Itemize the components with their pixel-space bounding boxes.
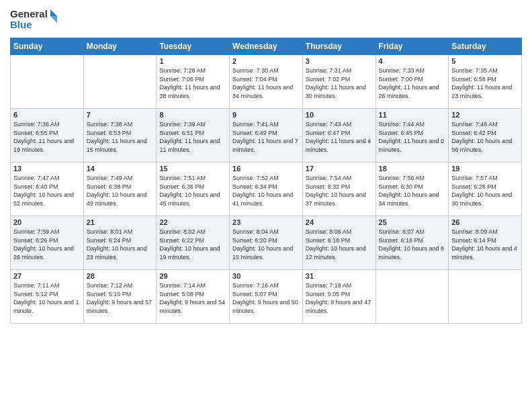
- day-number: 1: [159, 57, 226, 65]
- calendar-cell: [83, 55, 157, 109]
- day-info: Sunrise: 7:56 AMSunset: 6:30 PMDaylight:…: [379, 174, 446, 208]
- calendar-cell: 27Sunrise: 7:11 AMSunset: 5:12 PMDayligh…: [11, 270, 84, 324]
- day-info: Sunrise: 8:07 AMSunset: 6:16 PMDaylight:…: [379, 228, 446, 261]
- calendar-cell: 22Sunrise: 8:02 AMSunset: 6:22 PMDayligh…: [157, 216, 230, 270]
- calendar-cell: 9Sunrise: 7:41 AMSunset: 6:49 PMDaylight…: [230, 109, 303, 163]
- day-number: 24: [306, 218, 373, 226]
- day-number: 20: [13, 218, 81, 226]
- day-number: 30: [232, 272, 300, 280]
- day-info: Sunrise: 7:31 AMSunset: 7:02 PMDaylight:…: [306, 66, 373, 100]
- day-info: Sunrise: 7:41 AMSunset: 6:49 PMDaylight:…: [232, 120, 300, 154]
- day-number: 25: [379, 218, 446, 226]
- day-info: Sunrise: 7:28 AMSunset: 7:06 PMDaylight:…: [159, 66, 226, 100]
- day-number: 19: [451, 165, 519, 173]
- svg-text:Blue: Blue: [10, 19, 32, 30]
- calendar-week-row: 20Sunrise: 7:59 AMSunset: 6:26 PMDayligh…: [11, 216, 522, 270]
- svg-marker-2: [50, 9, 57, 16]
- weekday-header: Wednesday: [230, 38, 303, 55]
- calendar-cell: 4Sunrise: 7:33 AMSunset: 7:00 PMDaylight…: [375, 55, 449, 109]
- calendar-cell: 1Sunrise: 7:28 AMSunset: 7:06 PMDaylight…: [157, 55, 230, 109]
- day-info: Sunrise: 7:14 AMSunset: 5:08 PMDaylight:…: [159, 281, 226, 315]
- calendar-cell: 6Sunrise: 7:36 AMSunset: 6:55 PMDaylight…: [11, 109, 84, 163]
- weekday-header: Friday: [375, 38, 449, 55]
- calendar-week-row: 1Sunrise: 7:28 AMSunset: 7:06 PMDaylight…: [11, 55, 522, 109]
- calendar-cell: 23Sunrise: 8:04 AMSunset: 6:20 PMDayligh…: [230, 216, 303, 270]
- day-number: 2: [232, 57, 300, 65]
- day-info: Sunrise: 7:33 AMSunset: 7:00 PMDaylight:…: [379, 66, 446, 100]
- day-number: 10: [306, 111, 373, 119]
- calendar-cell: 20Sunrise: 7:59 AMSunset: 6:26 PMDayligh…: [11, 216, 84, 270]
- day-number: 17: [306, 165, 373, 173]
- day-info: Sunrise: 7:46 AMSunset: 6:42 PMDaylight:…: [451, 120, 519, 154]
- logo: General Blue: [10, 7, 57, 32]
- day-info: Sunrise: 7:35 AMSunset: 6:58 PMDaylight:…: [451, 66, 519, 100]
- calendar-cell: 21Sunrise: 8:01 AMSunset: 6:24 PMDayligh…: [83, 216, 157, 270]
- calendar-cell: 12Sunrise: 7:46 AMSunset: 6:42 PMDayligh…: [449, 109, 522, 163]
- calendar-cell: [449, 270, 522, 324]
- day-number: 7: [87, 111, 154, 119]
- day-info: Sunrise: 7:18 AMSunset: 5:05 PMDaylight:…: [306, 281, 373, 315]
- day-number: 26: [451, 218, 519, 226]
- logo-svg: General Blue: [10, 7, 57, 32]
- weekday-header: Tuesday: [157, 38, 230, 55]
- day-info: Sunrise: 7:43 AMSunset: 6:47 PMDaylight:…: [306, 120, 373, 154]
- calendar-cell: 7Sunrise: 7:38 AMSunset: 6:53 PMDaylight…: [83, 109, 157, 163]
- calendar-cell: 11Sunrise: 7:44 AMSunset: 6:45 PMDayligh…: [375, 109, 449, 163]
- day-info: Sunrise: 7:12 AMSunset: 5:10 PMDaylight:…: [87, 281, 154, 315]
- calendar-cell: 13Sunrise: 7:47 AMSunset: 6:40 PMDayligh…: [11, 163, 84, 216]
- day-number: 8: [159, 111, 226, 119]
- day-info: Sunrise: 7:39 AMSunset: 6:51 PMDaylight:…: [159, 120, 226, 154]
- calendar-table: SundayMondayTuesdayWednesdayThursdayFrid…: [10, 38, 522, 324]
- day-info: Sunrise: 7:52 AMSunset: 6:34 PMDaylight:…: [232, 174, 300, 208]
- calendar-cell: 30Sunrise: 7:16 AMSunset: 5:07 PMDayligh…: [230, 270, 303, 324]
- day-info: Sunrise: 7:54 AMSunset: 6:32 PMDaylight:…: [306, 174, 373, 208]
- day-number: 15: [159, 165, 226, 173]
- day-number: 21: [87, 218, 154, 226]
- calendar-cell: 5Sunrise: 7:35 AMSunset: 6:58 PMDaylight…: [449, 55, 522, 109]
- day-info: Sunrise: 7:49 AMSunset: 6:38 PMDaylight:…: [87, 174, 154, 208]
- day-info: Sunrise: 8:04 AMSunset: 6:20 PMDaylight:…: [232, 228, 300, 261]
- day-info: Sunrise: 7:57 AMSunset: 6:28 PMDaylight:…: [451, 174, 519, 208]
- calendar-cell: 25Sunrise: 8:07 AMSunset: 6:16 PMDayligh…: [375, 216, 449, 270]
- day-info: Sunrise: 7:51 AMSunset: 6:36 PMDaylight:…: [159, 174, 226, 208]
- day-number: 12: [451, 111, 519, 119]
- day-number: 13: [13, 165, 81, 173]
- weekday-header: Saturday: [449, 38, 522, 55]
- calendar-week-row: 6Sunrise: 7:36 AMSunset: 6:55 PMDaylight…: [11, 109, 522, 163]
- calendar-cell: 26Sunrise: 8:09 AMSunset: 6:14 PMDayligh…: [449, 216, 522, 270]
- day-info: Sunrise: 7:47 AMSunset: 6:40 PMDaylight:…: [13, 174, 81, 208]
- day-info: Sunrise: 8:02 AMSunset: 6:22 PMDaylight:…: [159, 228, 226, 261]
- day-number: 22: [159, 218, 226, 226]
- calendar-cell: 18Sunrise: 7:56 AMSunset: 6:30 PMDayligh…: [375, 163, 449, 216]
- day-number: 14: [87, 165, 154, 173]
- day-number: 23: [232, 218, 300, 226]
- day-number: 4: [379, 57, 446, 65]
- weekday-header: Sunday: [11, 38, 84, 55]
- day-number: 29: [159, 272, 226, 280]
- day-info: Sunrise: 7:36 AMSunset: 6:55 PMDaylight:…: [13, 120, 81, 154]
- day-number: 27: [13, 272, 81, 280]
- day-number: 11: [379, 111, 446, 119]
- day-info: Sunrise: 7:44 AMSunset: 6:45 PMDaylight:…: [379, 120, 446, 154]
- calendar-cell: 19Sunrise: 7:57 AMSunset: 6:28 PMDayligh…: [449, 163, 522, 216]
- day-info: Sunrise: 7:16 AMSunset: 5:07 PMDaylight:…: [232, 281, 300, 315]
- calendar-week-row: 13Sunrise: 7:47 AMSunset: 6:40 PMDayligh…: [11, 163, 522, 216]
- calendar-cell: 8Sunrise: 7:39 AMSunset: 6:51 PMDaylight…: [157, 109, 230, 163]
- day-number: 31: [306, 272, 373, 280]
- calendar-cell: 17Sunrise: 7:54 AMSunset: 6:32 PMDayligh…: [302, 163, 375, 216]
- day-number: 9: [232, 111, 300, 119]
- calendar-cell: 24Sunrise: 8:06 AMSunset: 6:18 PMDayligh…: [302, 216, 375, 270]
- calendar-week-row: 27Sunrise: 7:11 AMSunset: 5:12 PMDayligh…: [11, 270, 522, 324]
- calendar-cell: 31Sunrise: 7:18 AMSunset: 5:05 PMDayligh…: [302, 270, 375, 324]
- day-number: 18: [379, 165, 446, 173]
- calendar-cell: 15Sunrise: 7:51 AMSunset: 6:36 PMDayligh…: [157, 163, 230, 216]
- day-info: Sunrise: 7:59 AMSunset: 6:26 PMDaylight:…: [13, 228, 81, 261]
- day-info: Sunrise: 7:38 AMSunset: 6:53 PMDaylight:…: [87, 120, 154, 154]
- calendar-cell: 29Sunrise: 7:14 AMSunset: 5:08 PMDayligh…: [157, 270, 230, 324]
- day-number: 16: [232, 165, 300, 173]
- day-number: 3: [306, 57, 373, 65]
- calendar-cell: [375, 270, 449, 324]
- day-info: Sunrise: 8:09 AMSunset: 6:14 PMDaylight:…: [451, 228, 519, 261]
- day-info: Sunrise: 7:30 AMSunset: 7:04 PMDaylight:…: [232, 66, 300, 100]
- calendar-page: General Blue SundayMondayTuesdayWednesda…: [0, 0, 532, 411]
